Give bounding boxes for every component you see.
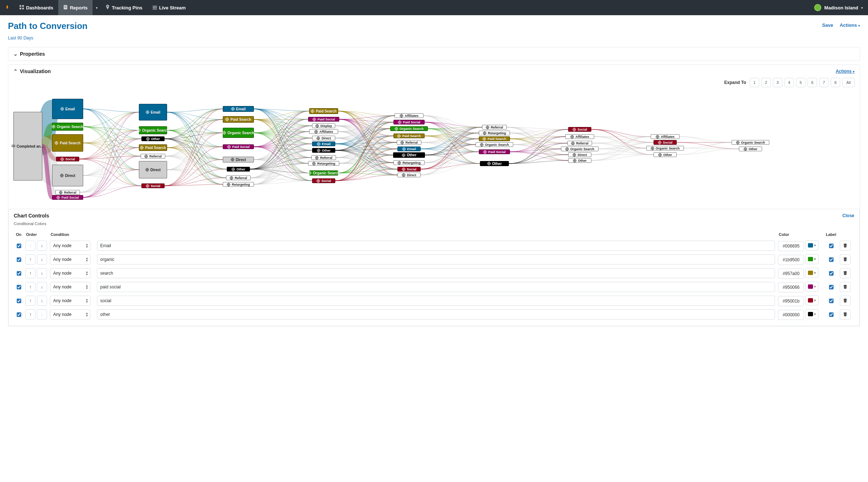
sankey-node[interactable]: Direct bbox=[312, 136, 335, 140]
sankey-node[interactable]: Social bbox=[56, 157, 79, 161]
color-hex-input[interactable] bbox=[778, 282, 804, 292]
condition-input[interactable] bbox=[97, 296, 775, 306]
move-down-button[interactable]: ↓ bbox=[37, 282, 47, 292]
move-down-button[interactable]: ↓ bbox=[37, 241, 47, 251]
expand-btn-7[interactable]: 7 bbox=[819, 78, 829, 87]
expand-btn-all[interactable]: All bbox=[842, 78, 855, 87]
move-down-button[interactable]: ↓ bbox=[37, 268, 47, 278]
nav-dashboards[interactable]: Dashboards bbox=[14, 0, 58, 15]
expand-btn-3[interactable]: 3 bbox=[773, 78, 782, 87]
label-checkbox[interactable] bbox=[829, 271, 833, 275]
node-type-select[interactable]: Any node ▴▾ bbox=[50, 254, 90, 265]
sankey-node[interactable]: Other bbox=[654, 152, 677, 157]
sankey-node[interactable]: Paid Social bbox=[52, 195, 83, 200]
sankey-node[interactable]: Direct bbox=[223, 157, 254, 162]
sankey-node[interactable]: Social bbox=[141, 183, 165, 188]
condition-input[interactable] bbox=[97, 254, 775, 265]
sankey-node[interactable]: Paid Social bbox=[223, 144, 254, 149]
node-type-select[interactable]: Any node ▴▾ bbox=[50, 309, 90, 320]
sankey-node[interactable]: Affiliates bbox=[651, 134, 680, 139]
move-up-button[interactable]: ↑ bbox=[25, 254, 35, 265]
color-swatch-button[interactable]: ▾ bbox=[805, 309, 818, 319]
nav-reports[interactable]: Reports bbox=[58, 0, 93, 15]
sankey-node[interactable]: Direct bbox=[52, 165, 83, 186]
sankey-node[interactable]: Email bbox=[397, 147, 421, 151]
sankey-node[interactable]: Social bbox=[654, 140, 677, 145]
move-up-button[interactable]: ↑ bbox=[25, 309, 35, 320]
node-type-select[interactable]: Any node ▴▾ bbox=[50, 268, 90, 278]
condition-input[interactable] bbox=[97, 282, 775, 292]
color-swatch-button[interactable]: ▾ bbox=[805, 254, 818, 264]
delete-row-button[interactable] bbox=[840, 296, 851, 306]
row-enabled-checkbox[interactable] bbox=[17, 271, 21, 275]
sankey-node[interactable]: Referral bbox=[397, 140, 421, 145]
sankey-node[interactable]: Social bbox=[568, 127, 591, 132]
sankey-node[interactable]: Display bbox=[312, 123, 335, 128]
sankey-node[interactable]: Paid Social bbox=[479, 149, 510, 154]
sankey-node[interactable]: Paid Search bbox=[52, 134, 83, 152]
sankey-node[interactable]: Organic Search bbox=[52, 123, 83, 131]
sankey-node[interactable]: Organic Search bbox=[476, 142, 513, 147]
nav-reports-menu[interactable]: ▾ bbox=[93, 6, 101, 10]
viz-actions-menu[interactable]: Actions ▾ bbox=[836, 69, 855, 74]
user-menu[interactable]: Madison Island ▾ bbox=[809, 0, 868, 15]
sankey-node[interactable]: Organic Search bbox=[390, 126, 428, 131]
row-enabled-checkbox[interactable] bbox=[17, 312, 21, 317]
move-down-button[interactable]: ↓ bbox=[37, 254, 47, 265]
move-up-button[interactable]: ↑ bbox=[25, 296, 35, 306]
label-checkbox[interactable] bbox=[829, 299, 833, 303]
sankey-node[interactable]: Social bbox=[312, 178, 335, 183]
color-swatch-button[interactable]: ▾ bbox=[805, 240, 818, 250]
brand-logo[interactable] bbox=[0, 0, 14, 15]
node-type-select[interactable]: Any node ▴▾ bbox=[50, 241, 90, 251]
sankey-chart[interactable]: Completed an…EmailOrganic SearchPaid Sea… bbox=[10, 90, 858, 206]
delete-row-button[interactable] bbox=[840, 254, 851, 265]
sankey-node[interactable]: Other bbox=[141, 136, 165, 141]
sankey-node[interactable]: Organic Search bbox=[646, 146, 684, 151]
date-range-selector[interactable]: Last 90 Days bbox=[8, 35, 33, 41]
expand-btn-2[interactable]: 2 bbox=[761, 78, 771, 87]
label-checkbox[interactable] bbox=[829, 285, 833, 289]
sankey-node[interactable]: Retargeting bbox=[393, 160, 425, 165]
actions-menu[interactable]: Actions ▾ bbox=[840, 22, 860, 28]
sankey-node[interactable]: Organic Search bbox=[223, 128, 254, 138]
label-checkbox[interactable] bbox=[829, 244, 833, 248]
sankey-node[interactable]: Email bbox=[312, 141, 335, 146]
expand-btn-1[interactable]: 1 bbox=[750, 78, 759, 87]
color-hex-input[interactable] bbox=[778, 241, 804, 251]
sankey-node[interactable]: Paid Search bbox=[479, 136, 510, 141]
move-down-button[interactable]: ↓ bbox=[37, 296, 47, 306]
delete-row-button[interactable] bbox=[840, 268, 851, 278]
color-hex-input[interactable] bbox=[778, 296, 804, 306]
nav-tracking-pins[interactable]: Tracking Pins bbox=[101, 0, 148, 15]
move-up-button[interactable]: ↑ bbox=[25, 268, 35, 278]
sankey-node[interactable]: Referral bbox=[567, 141, 592, 145]
sankey-node[interactable]: Email bbox=[223, 106, 254, 112]
sankey-node[interactable]: Referral bbox=[141, 154, 165, 158]
color-hex-input[interactable] bbox=[778, 269, 804, 279]
properties-toggle[interactable]: ⌄ Properties bbox=[8, 47, 860, 60]
sankey-node[interactable]: Affiliates bbox=[395, 113, 424, 118]
close-button[interactable]: Close bbox=[842, 213, 854, 218]
nav-live-stream[interactable]: Live Stream bbox=[148, 0, 191, 15]
condition-input[interactable] bbox=[97, 241, 775, 251]
sankey-node[interactable]: Other bbox=[227, 167, 250, 172]
sankey-node[interactable]: Organic Search bbox=[139, 126, 167, 134]
sankey-node[interactable]: Referral bbox=[55, 190, 80, 195]
delete-row-button[interactable] bbox=[840, 282, 851, 292]
expand-btn-5[interactable]: 5 bbox=[796, 78, 805, 87]
expand-btn-6[interactable]: 6 bbox=[808, 78, 817, 87]
sankey-node[interactable]: Retargeting bbox=[223, 182, 254, 187]
sankey-node[interactable]: Other bbox=[480, 161, 509, 166]
row-enabled-checkbox[interactable] bbox=[17, 299, 21, 303]
save-button[interactable]: Save bbox=[822, 22, 833, 28]
sankey-node[interactable]: Social bbox=[397, 167, 421, 172]
sankey-node[interactable]: Paid Social bbox=[393, 120, 425, 124]
node-type-select[interactable]: Any node ▴▾ bbox=[50, 282, 90, 292]
color-swatch-button[interactable]: ▾ bbox=[805, 295, 818, 305]
sankey-node[interactable]: Affiliates bbox=[309, 129, 338, 134]
sankey-node[interactable]: Paid Social bbox=[308, 117, 339, 122]
delete-row-button[interactable] bbox=[840, 241, 851, 251]
row-enabled-checkbox[interactable] bbox=[17, 257, 21, 262]
sankey-root-node[interactable]: Completed an… bbox=[13, 112, 42, 181]
